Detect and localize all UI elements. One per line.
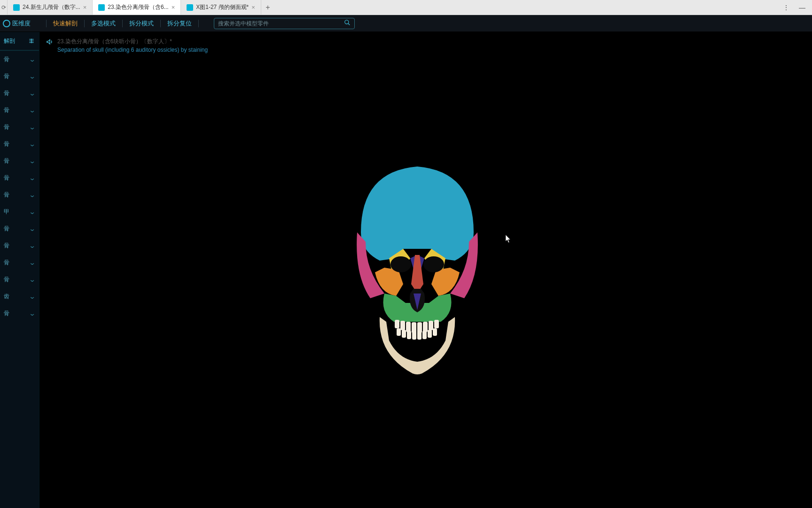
sidebar-item[interactable]: 甲⌄ xyxy=(0,203,39,220)
search-field[interactable] xyxy=(214,18,355,29)
svg-point-23 xyxy=(423,256,444,272)
sidebar-item-label: 骨 xyxy=(4,123,9,131)
menu-split-reset[interactable]: 拆分复位 xyxy=(167,19,192,28)
sidebar-handle-icon[interactable] xyxy=(28,37,35,45)
favicon-icon xyxy=(13,4,20,11)
sidebar-item[interactable]: 骨⌄ xyxy=(0,119,39,135)
chevron-down-icon: ⌄ xyxy=(29,242,36,249)
sidebar-item[interactable]: 骨⌄ xyxy=(0,51,39,68)
chevron-down-icon: ⌄ xyxy=(29,293,36,300)
svg-rect-7 xyxy=(400,321,405,330)
viewport-3d[interactable]: 23.染色分离颅骨（含6块听小骨）〔数字人〕* Separation of sk… xyxy=(39,32,812,508)
sidebar-item-label: 骨 xyxy=(4,157,9,165)
browser-edge-handle[interactable]: ⟳ xyxy=(0,0,8,15)
svg-rect-18 xyxy=(417,331,422,340)
browser-tab[interactable]: 23.染色分离颅骨（含6... × xyxy=(93,0,181,15)
skull-model[interactable] xyxy=(333,152,502,388)
browser-tab[interactable]: X图1-27 颅的侧面观* × xyxy=(181,0,261,15)
browser-tab[interactable]: 24.新生儿颅骨（数字... × xyxy=(8,0,93,15)
sidebar-item-label: 骨 xyxy=(4,106,9,114)
sidebar-item[interactable]: 骨⌄ xyxy=(0,237,39,254)
svg-rect-11 xyxy=(423,322,428,332)
svg-rect-21 xyxy=(433,328,437,336)
sidebar-item[interactable]: 骨⌄ xyxy=(0,220,39,237)
sidebar-item-label: 骨 xyxy=(4,225,9,233)
chevron-down-icon: ⌄ xyxy=(29,276,36,283)
sidebar: 解剖 骨⌄骨⌄骨⌄骨⌄骨⌄骨⌄骨⌄骨⌄骨⌄甲⌄骨⌄骨⌄骨⌄骨⌄齿⌄骨⌄ xyxy=(0,32,39,508)
close-icon[interactable]: × xyxy=(172,4,175,10)
sidebar-item-label: 骨 xyxy=(4,242,9,250)
sidebar-item[interactable]: 骨⌄ xyxy=(0,186,39,203)
model-title-cn: 23.染色分离颅骨（含6块听小骨）〔数字人〕* xyxy=(57,38,208,46)
sidebar-item-label: 骨 xyxy=(4,310,9,318)
sidebar-item[interactable]: 骨⌄ xyxy=(0,254,39,271)
sidebar-item-label: 骨 xyxy=(4,89,9,97)
menu-split-mode[interactable]: 拆分模式 xyxy=(129,19,154,28)
sidebar-item[interactable]: 骨⌄ xyxy=(0,152,39,169)
sidebar-item-label: 骨 xyxy=(4,140,9,148)
svg-rect-8 xyxy=(406,322,411,332)
mouse-cursor-icon xyxy=(506,235,511,243)
sidebar-item-label: 骨 xyxy=(4,174,9,182)
search-icon[interactable] xyxy=(344,19,351,27)
svg-rect-14 xyxy=(397,328,401,336)
chevron-down-icon: ⌄ xyxy=(29,106,36,114)
sidebar-item-label: 骨 xyxy=(4,276,9,284)
sidebar-item-label: 骨 xyxy=(4,56,9,64)
svg-rect-12 xyxy=(429,321,433,330)
audio-icon[interactable] xyxy=(46,38,54,47)
model-title-block: 23.染色分离颅骨（含6块听小骨）〔数字人〕* Separation of sk… xyxy=(46,38,208,53)
divider xyxy=(122,20,123,27)
sidebar-item[interactable]: 齿⌄ xyxy=(0,288,39,305)
sidebar-item[interactable]: 骨⌄ xyxy=(0,305,39,322)
brand-logo-icon xyxy=(3,20,10,27)
sidebar-item[interactable]: 骨⌄ xyxy=(0,169,39,186)
sidebar-header[interactable]: 解剖 xyxy=(0,32,39,51)
divider xyxy=(160,20,161,27)
sidebar-item[interactable]: 骨⌄ xyxy=(0,68,39,85)
svg-rect-17 xyxy=(412,331,416,340)
chevron-down-icon: ⌄ xyxy=(29,174,36,182)
sidebar-item-label: 甲 xyxy=(4,208,9,216)
chevron-down-icon: ⌄ xyxy=(29,225,36,232)
chevron-down-icon: ⌄ xyxy=(29,140,36,148)
svg-rect-13 xyxy=(434,320,439,328)
divider xyxy=(46,20,47,27)
divider xyxy=(198,20,199,27)
sidebar-item-label: 骨 xyxy=(4,191,9,199)
svg-point-0 xyxy=(345,20,349,24)
chevron-down-icon: ⌄ xyxy=(29,191,36,198)
menu-multi-select[interactable]: 多选模式 xyxy=(91,19,116,28)
tab-title: 23.染色分离颅骨（含6... xyxy=(108,3,168,11)
sidebar-item-label: 骨 xyxy=(4,259,9,267)
window-menu-icon[interactable]: ⋮ xyxy=(783,4,789,11)
svg-rect-20 xyxy=(428,330,432,338)
svg-rect-16 xyxy=(407,331,411,339)
model-title-en: Separation of skull (including 6 auditor… xyxy=(57,47,208,53)
chevron-down-icon: ⌄ xyxy=(29,259,36,266)
svg-rect-19 xyxy=(422,331,427,339)
sidebar-items: 骨⌄骨⌄骨⌄骨⌄骨⌄骨⌄骨⌄骨⌄骨⌄甲⌄骨⌄骨⌄骨⌄骨⌄齿⌄骨⌄ xyxy=(0,51,39,508)
search-input[interactable] xyxy=(218,20,344,27)
app-bar: 医维度 快速解剖 多选模式 拆分模式 拆分复位 xyxy=(0,15,812,32)
sidebar-item[interactable]: 骨⌄ xyxy=(0,135,39,152)
sidebar-item[interactable]: 骨⌄ xyxy=(0,271,39,288)
brand-label: 医维度 xyxy=(12,19,31,28)
browser-tab-strip: ⟳ 24.新生儿颅骨（数字... × 23.染色分离颅骨（含6... × X图1… xyxy=(0,0,812,15)
chevron-down-icon: ⌄ xyxy=(29,72,36,80)
chevron-down-icon: ⌄ xyxy=(29,89,36,97)
sidebar-item[interactable]: 骨⌄ xyxy=(0,102,39,119)
sidebar-item[interactable]: 骨⌄ xyxy=(0,85,39,102)
sidebar-header-label: 解剖 xyxy=(4,37,15,45)
close-icon[interactable]: × xyxy=(83,4,87,10)
sidebar-item-label: 骨 xyxy=(4,72,9,80)
close-icon[interactable]: × xyxy=(251,4,255,10)
favicon-icon xyxy=(187,4,193,11)
window-minimize-icon[interactable]: — xyxy=(799,4,805,11)
menu-fast-anatomy[interactable]: 快速解剖 xyxy=(53,19,78,28)
new-tab-button[interactable]: + xyxy=(261,0,274,15)
chevron-down-icon: ⌄ xyxy=(29,56,36,63)
svg-line-1 xyxy=(348,24,350,25)
chevron-down-icon: ⌄ xyxy=(29,310,36,317)
brand[interactable]: 医维度 xyxy=(3,19,39,28)
